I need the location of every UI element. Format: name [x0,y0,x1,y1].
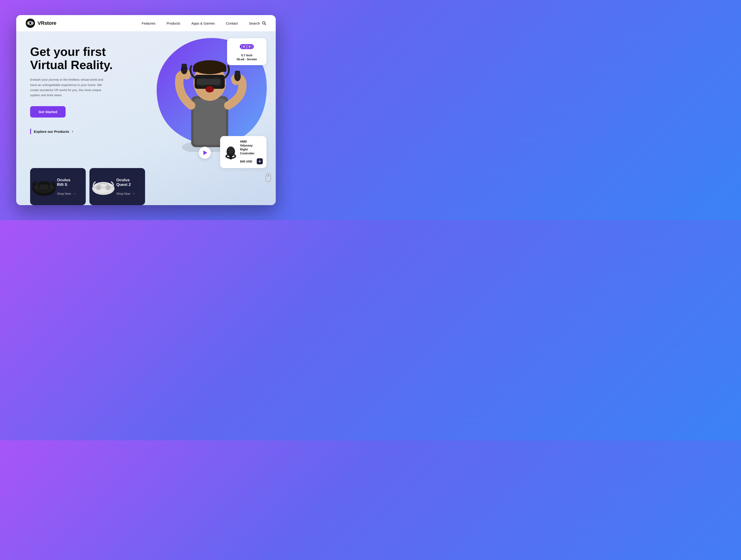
rift-s-info: Oculus Rift S Shop Now → [55,168,86,205]
svg-rect-42 [259,161,261,162]
rift-s-shop-label: Shop Now [57,192,71,195]
play-button[interactable] [199,147,211,159]
scroll-indicator [266,173,271,182]
feature-price-row: $45 USD [240,158,263,164]
quest-2-name: Oculus Quest 2 [116,178,141,187]
feature-card-controller: HMD Odyssey Right Controller $45 USD [220,136,266,168]
search-label: Search [249,21,260,25]
rift-s-shop-arrow: → [73,192,76,195]
logo-icon [25,18,35,28]
feature-card-screen: 5.7 Inch OLed - Screen [227,38,266,65]
main-content: Get your first Virtual Reality. Embark y… [16,31,276,205]
feature-price: $45 USD [240,160,252,163]
svg-rect-56 [94,186,113,189]
browser-window: VRstore Features Products Apps & Games C… [16,15,276,205]
svg-rect-31 [240,46,241,48]
product-cards: Oculus Rift S Shop Now → [30,168,145,205]
svg-rect-29 [243,46,245,48]
search-area[interactable]: Search [249,21,266,25]
rift-s-name: Oculus Rift S [57,178,82,187]
play-icon [203,150,207,155]
explore-text: Explore our Products [34,130,69,133]
explore-bar [30,129,31,134]
quest-2-image [89,168,117,205]
rift-s-shop-now[interactable]: Shop Now → [57,192,82,195]
get-started-button[interactable]: Get Started [30,106,66,118]
svg-rect-24 [193,67,226,72]
svg-rect-30 [248,46,251,48]
nav-products[interactable]: Products [166,21,180,25]
feature-screen-title: 5.7 Inch OLed - Screen [231,54,263,61]
hero-title: Get your first Virtual Reality. [30,45,127,72]
hero-subtitle: Embark your journey to the limitless vir… [30,77,109,98]
header: VRstore Features Products Apps & Games C… [16,15,276,31]
svg-rect-49 [34,186,55,189]
svg-point-22 [206,86,214,92]
add-to-cart-button[interactable] [257,158,263,164]
explore-arrow-icon: › [72,129,73,133]
feature-controller-title: HMD Odyssey Right Controller [240,140,263,155]
svg-rect-32 [253,46,254,48]
vr-headset-small-icon [240,42,254,51]
nav-contact[interactable]: Contact [226,21,238,25]
svg-rect-15 [197,79,220,85]
svg-rect-21 [235,71,240,74]
quest-2-shop-label: Shop Now [116,192,130,195]
product-card-quest-2[interactable]: Oculus Quest 2 Shop Now → [89,168,145,205]
svg-rect-40 [229,154,232,160]
scroll-dot [268,175,269,177]
quest-2-shop-now[interactable]: Shop Now → [116,192,141,195]
feature-card-2-inner: HMD Odyssey Right Controller $45 USD [224,140,263,164]
svg-rect-19 [182,64,187,67]
logo-area[interactable]: VRstore [25,18,56,28]
hero-left: Get your first Virtual Reality. Embark y… [30,45,127,140]
nav-apps-games[interactable]: Apps & Games [191,21,215,25]
svg-line-6 [265,24,266,25]
quest-2-shop-arrow: → [132,192,135,195]
controller-icon [224,144,238,160]
svg-point-4 [31,22,33,24]
quest-2-info: Oculus Quest 2 Shop Now → [115,168,145,205]
rift-s-image [30,168,58,205]
svg-point-3 [28,22,29,24]
search-icon [262,21,266,25]
feature-card-2-text: HMD Odyssey Right Controller $45 USD [240,140,263,164]
main-nav: Features Products Apps & Games Contact [142,21,238,25]
logo-text: VRstore [38,20,56,26]
nav-features[interactable]: Features [142,21,155,25]
svg-point-34 [227,147,234,154]
product-card-rift-s[interactable]: Oculus Rift S Shop Now → [30,168,86,205]
explore-products-row[interactable]: Explore our Products › [30,129,127,134]
